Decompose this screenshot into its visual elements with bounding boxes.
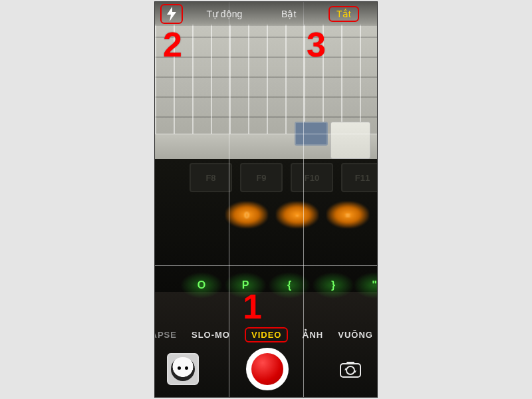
mode-square[interactable]: VUÔNG (338, 330, 373, 340)
viewfinder-subject-sticker (331, 122, 370, 159)
camera-flip-icon (338, 359, 362, 379)
flash-icon (166, 7, 178, 21)
viewfinder-key-f11: F11 (341, 163, 378, 192)
mode-selector[interactable]: IE-LAPSE SLO-MO VIDEO ẢNH VUÔNG PA (155, 325, 377, 344)
viewfinder-key-green-1: P (224, 272, 267, 299)
record-button-inner (251, 353, 283, 385)
flash-option-off[interactable]: Tắt (329, 6, 358, 22)
viewfinder-key-orange-1: - (276, 201, 319, 228)
viewfinder-key-orange-0: 0 (225, 201, 268, 228)
mode-timelapse[interactable]: IE-LAPSE (154, 330, 177, 340)
viewfinder-key-green-0: O (180, 272, 223, 299)
viewfinder-key-f10: F10 (291, 163, 333, 192)
thumbnail-image (171, 357, 195, 381)
flash-bar: Tự động Bật Tắt (155, 2, 377, 26)
camera-app: F8 F9 F10 F11 0 - = O P { } " Tự động Bậ… (154, 1, 378, 398)
viewfinder-key-green-3: } (312, 272, 354, 299)
last-capture-thumbnail[interactable] (167, 353, 199, 385)
grid-line (155, 134, 377, 134)
flash-option-on[interactable]: Bật (275, 6, 303, 22)
bottom-controls (155, 345, 377, 393)
viewfinder-key-f9: F9 (240, 163, 283, 192)
viewfinder-key-orange-2: = (327, 201, 369, 228)
viewfinder-key-f8: F8 (190, 163, 232, 192)
flash-button[interactable] (160, 4, 183, 24)
record-button[interactable] (246, 348, 289, 390)
viewfinder-subject-laptop-keys (155, 25, 377, 138)
viewfinder-key-green-4: " (353, 272, 378, 299)
camera-flip-button[interactable] (336, 354, 365, 384)
mode-slomo[interactable]: SLO-MO (192, 330, 230, 340)
viewfinder-key-green-2: { (268, 272, 311, 299)
flash-option-auto[interactable]: Tự động (200, 6, 249, 22)
mode-video[interactable]: VIDEO (245, 327, 288, 342)
grid-line (155, 265, 377, 266)
mode-photo[interactable]: ẢNH (303, 330, 323, 340)
